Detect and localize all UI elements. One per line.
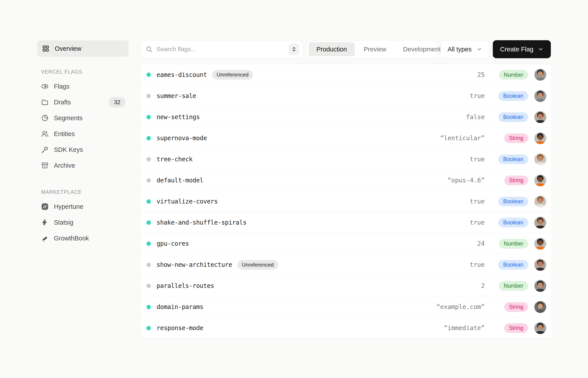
create-flag-label: Create Flag (500, 46, 533, 53)
type-badge: Boolean (498, 260, 528, 270)
flag-row[interactable]: eames-discountUnreferenced25Number (140, 64, 552, 85)
sidebar-item-entities[interactable]: Entities (37, 126, 129, 142)
type-badge: Boolean (498, 91, 528, 101)
sidebar-sections: VERCEL FLAGSFlagsDrafts32SegmentsEntitie… (37, 69, 129, 246)
type-badge-column: String (491, 323, 528, 333)
chevron-down-icon (538, 46, 544, 52)
flag-value: true (470, 156, 485, 163)
flag-row[interactable]: gpu-cores24Number (140, 233, 552, 254)
flag-name: parallels-routes (156, 282, 214, 289)
sidebar-item-label: Archive (54, 162, 75, 169)
sidebar-item-label: Flags (54, 83, 70, 90)
flag-name: response-mode (156, 324, 203, 332)
flag-value: false (466, 113, 485, 121)
flag-value: “lenticular” (440, 135, 485, 142)
toolbar: ProductionPreviewDevelopment All types C… (140, 40, 552, 58)
flag-name: domain-params (156, 303, 203, 310)
flag-value: 2 (481, 282, 485, 289)
sidebar-item-label: SDK Keys (54, 146, 83, 153)
avatar (534, 153, 546, 165)
avatar (534, 217, 546, 229)
count-badge: 32 (109, 97, 126, 108)
flag-row[interactable]: supernova-mode“lenticular”String (140, 127, 552, 148)
folder-icon (41, 98, 49, 106)
environment-tabs: ProductionPreviewDevelopment (306, 40, 437, 58)
type-badge: Boolean (498, 218, 528, 228)
flag-value: “immediate” (444, 324, 485, 332)
type-badge-column: String (491, 176, 528, 185)
sidebar-item-flags[interactable]: Flags (37, 79, 129, 94)
type-badge-column: Number (491, 239, 528, 249)
sidebar-item-growthbook[interactable]: GrowthBook (37, 230, 129, 246)
type-filter-label: All types (448, 46, 472, 53)
flag-row[interactable]: show-new-architectureUnreferencedtrueBoo… (140, 254, 552, 275)
flag-name: gpu-cores (156, 240, 189, 247)
statsig-logo-icon (41, 219, 49, 226)
flag-row[interactable]: shake-and-shuffle-spiralstrueBoolean (140, 212, 552, 233)
sidebar-item-archive[interactable]: Archive (37, 158, 129, 173)
flag-row[interactable]: default-model“opus-4.6”String (140, 170, 552, 191)
search-icon (146, 46, 153, 53)
type-badge: String (504, 323, 528, 333)
flag-name: tree-check (156, 156, 193, 163)
flag-name: default-model (156, 177, 203, 184)
tab-preview[interactable]: Preview (356, 42, 394, 56)
status-dot (146, 94, 151, 98)
flag-value: “opus-4.6” (448, 177, 485, 184)
flag-value: 24 (477, 240, 485, 247)
sidebar-item-label: Drafts (54, 99, 71, 106)
sidebar-item-drafts[interactable]: Drafts32 (37, 94, 129, 110)
sidebar-item-label: Entities (54, 130, 75, 137)
sidebar-item-label: Overview (55, 45, 81, 52)
status-dot (146, 178, 151, 183)
flag-name: virtualize-covers (156, 198, 218, 205)
flag-value: “example.com” (436, 303, 485, 310)
sidebar-item-sdk-keys[interactable]: SDK Keys (37, 142, 129, 158)
sidebar-item-overview[interactable]: Overview (37, 40, 129, 57)
flag-name: new-settings (156, 113, 200, 121)
type-badge: Boolean (498, 197, 528, 206)
status-dot (146, 326, 151, 330)
type-badge: Boolean (498, 112, 528, 122)
flag-list: eames-discountUnreferenced25Numbersummer… (140, 64, 552, 339)
status-dot (146, 263, 151, 267)
type-badge-column: Boolean (491, 112, 528, 122)
status-dot (146, 115, 151, 119)
flag-row[interactable]: parallels-routes2Number (140, 275, 552, 296)
type-badge: Number (499, 281, 528, 291)
status-dot (146, 242, 151, 246)
sidebar-item-segments[interactable]: Segments (37, 110, 129, 126)
flag-row[interactable]: tree-checktrueBoolean (140, 148, 552, 170)
status-dot (146, 199, 151, 204)
sidebar-item-statsig[interactable]: Statsig (37, 215, 129, 230)
type-filter-dropdown[interactable]: All types (440, 40, 489, 58)
sort-shortcut-button[interactable] (289, 44, 299, 55)
flag-name: supernova-mode (156, 135, 207, 142)
flag-row[interactable]: domain-params“example.com”String (140, 296, 552, 317)
create-flag-button[interactable]: Create Flag (493, 40, 551, 58)
tab-production[interactable]: Production (308, 42, 355, 56)
avatar (534, 322, 546, 334)
hypertune-logo-icon (41, 203, 49, 210)
sidebar-section: MARKETPLACEHypertuneStatsigGrowthBook (37, 189, 129, 246)
flag-value: true (470, 92, 485, 100)
flag-value: true (470, 219, 485, 226)
flag-row[interactable]: summer-saletrueBoolean (140, 85, 552, 106)
sort-chevrons-icon (291, 46, 297, 52)
sidebar-section-title: MARKETPLACE (41, 189, 129, 195)
sidebar-section: VERCEL FLAGSFlagsDrafts32SegmentsEntitie… (37, 69, 129, 173)
archive-icon (41, 162, 49, 169)
growthbook-logo-icon (41, 234, 49, 242)
flag-row[interactable]: new-settingsfalseBoolean (140, 106, 552, 127)
sidebar-item-hypertune[interactable]: Hypertune (37, 199, 129, 215)
search-input[interactable] (156, 46, 285, 53)
avatar (534, 111, 546, 123)
flag-name: show-new-architecture (156, 261, 232, 268)
sidebar-item-label: Hypertune (54, 203, 83, 210)
type-badge-column: Boolean (491, 154, 528, 164)
chevron-down-icon (476, 46, 482, 52)
type-badge-column: Number (491, 70, 528, 80)
flag-row[interactable]: virtualize-coverstrueBoolean (140, 191, 552, 212)
type-badge: String (504, 176, 528, 185)
flag-row[interactable]: response-mode“immediate”String (140, 317, 552, 338)
